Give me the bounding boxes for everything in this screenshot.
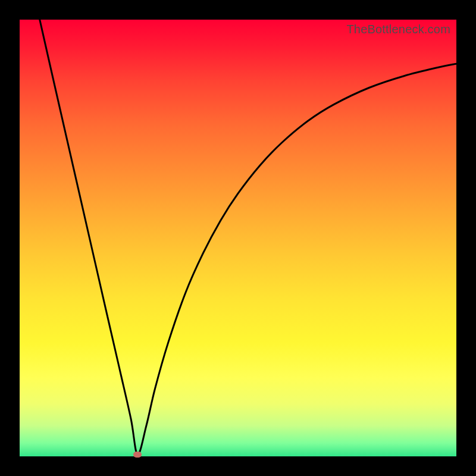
bottleneck-curve-path [40, 20, 456, 455]
chart-frame: TheBottleneck.com [0, 0, 476, 476]
min-marker [133, 452, 142, 458]
plot-area: TheBottleneck.com [20, 20, 456, 456]
curve-svg [20, 20, 456, 456]
